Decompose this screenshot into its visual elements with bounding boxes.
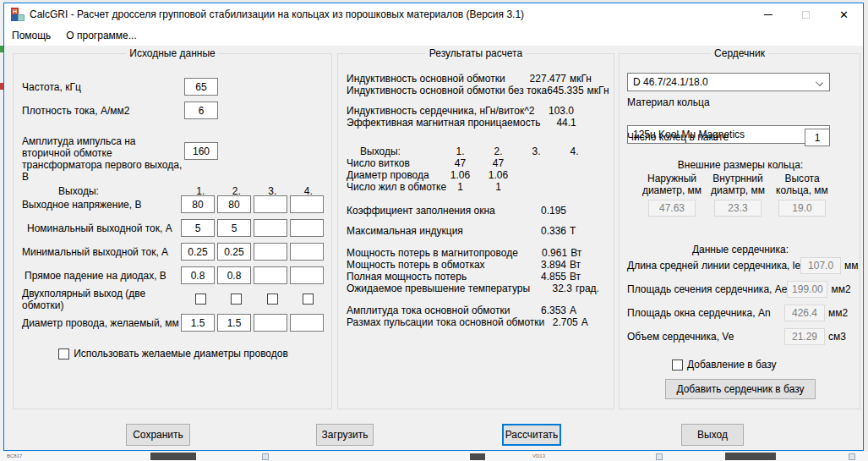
nominal-current-input-3[interactable]: [254, 219, 287, 237]
nominal-current-label: Номинальный выходной ток, А: [22, 222, 181, 234]
frequency-input[interactable]: [184, 78, 218, 96]
strands-value-2: 1: [479, 181, 517, 193]
rings-count-input[interactable]: [805, 129, 830, 146]
temperature-rise-unit: град.: [572, 283, 603, 294]
path-length-label: Длина средней линии сердечника, le: [627, 260, 800, 272]
minimize-icon: [764, 14, 772, 15]
outer-diameter-value: [648, 200, 696, 217]
maximize-icon: [802, 11, 810, 19]
group-core-title: Сердечник: [711, 47, 768, 59]
output-voltage-input-4[interactable]: [290, 195, 324, 213]
minimize-button[interactable]: [749, 3, 787, 25]
result-label: Эффективная магнитная проницаемость: [347, 117, 540, 129]
title-bar[interactable]: H CalcGRI - Расчет дросселя групповой ст…: [4, 3, 863, 25]
strands-value-1: 1: [441, 181, 479, 193]
close-button[interactable]: ✕: [825, 3, 863, 25]
window-title: CalcGRI - Расчет дросселя групповой стаб…: [30, 8, 524, 20]
chevron-down-icon: [816, 79, 823, 86]
calculate-button[interactable]: Рассчитать: [502, 424, 561, 446]
diode-drop-input-1[interactable]: [181, 266, 215, 284]
inner-diameter-header: Внутрнний диамтр, мм: [704, 173, 772, 196]
result-label: Индуктивность основной обмотки без тока: [347, 85, 547, 96]
bipolar-checkbox-3[interactable]: [267, 294, 278, 305]
max-induction-label: Максимальная индукция: [347, 225, 516, 237]
bipolar-checkbox-4[interactable]: [303, 294, 314, 305]
minimal-current-input-1[interactable]: [181, 243, 215, 261]
core-volume-value: [784, 328, 825, 345]
temperature-rise-value: 32.3: [530, 283, 572, 294]
background-page-icon: [849, 453, 855, 460]
nominal-current-input-4[interactable]: [290, 219, 324, 237]
max-induction-unit: Т: [566, 225, 603, 237]
results-col-2: 2.: [479, 145, 517, 157]
max-induction-value: 0.336: [516, 225, 566, 237]
add-to-database-checkbox[interactable]: [672, 359, 683, 370]
current-density-label: Плотность тока, А/мм2: [22, 105, 184, 117]
app-icon: H: [11, 8, 25, 21]
add-to-database-label: Добавление в базу: [687, 359, 777, 370]
minimal-current-input-2[interactable]: [217, 243, 251, 261]
results-col-4: 4.: [555, 145, 593, 157]
core-loss-unit: Вт: [567, 247, 603, 259]
outer-diameter-header: Наружный диаметр, мм: [638, 173, 706, 196]
ripple-current-value: 2.705: [544, 316, 577, 328]
minimal-current-label: Минимальный выходной ток, А: [22, 246, 181, 258]
current-density-input[interactable]: [184, 102, 218, 119]
wire-diameter-input-2[interactable]: [217, 314, 251, 332]
group-input-data: Исходные данные Частота, кГц Плотность т…: [13, 53, 332, 409]
output-voltage-label: Выходное напряжение, В: [22, 199, 181, 211]
current-amplitude-unit: А: [566, 305, 603, 316]
bipolar-checkbox-2[interactable]: [231, 294, 242, 305]
minimal-current-input-4[interactable]: [290, 243, 324, 261]
rings-count-label: Число колец в пакете: [627, 131, 729, 143]
current-amplitude-value: 6.353: [516, 305, 566, 316]
diode-drop-input-4[interactable]: [290, 266, 324, 284]
bipolar-checkbox-1[interactable]: [195, 294, 206, 305]
diode-drop-input-3[interactable]: [254, 266, 287, 284]
nominal-current-input-2[interactable]: [217, 219, 251, 237]
output-voltage-input-2[interactable]: [217, 195, 251, 213]
core-data-title: Данные сердечника:: [620, 244, 861, 255]
add-core-to-database-button[interactable]: Добавить сердечник в базу: [665, 379, 816, 399]
wire-diameter-input-4[interactable]: [290, 314, 324, 332]
wire-diameter-input-3[interactable]: [254, 314, 287, 332]
ring-height-value: [778, 200, 826, 217]
menu-help[interactable]: Помощь: [4, 25, 58, 46]
winding-loss-label: Мощность потерь в обмотках: [347, 259, 516, 271]
window-area-unit: мм2: [825, 307, 854, 319]
path-length-unit: мм: [841, 260, 859, 272]
wire-diameter-input-1[interactable]: [181, 314, 215, 332]
diode-drop-label: Прямое падение на диодах, В: [22, 270, 181, 282]
total-loss-unit: Вт: [566, 271, 603, 283]
result-label: Индуктивность сердечника, нГн/виток^2: [347, 105, 534, 117]
path-length-value: [800, 257, 841, 274]
total-loss-label: Полная мощность потерь: [347, 271, 516, 283]
menu-about[interactable]: О программе...: [58, 25, 144, 46]
window-area-label: Площадь окна сердечника, An: [627, 307, 784, 319]
wire-diameter-result-label: Диаметр провода: [347, 169, 441, 181]
exit-button[interactable]: Выход: [681, 424, 744, 446]
minimal-current-input-3[interactable]: [254, 243, 287, 261]
use-wire-diameters-label: Использовать желаемые диаметры проводов: [74, 348, 288, 359]
background-part-label: BC817: [7, 453, 22, 458]
material-label: Материал кольца: [627, 96, 710, 108]
output-voltage-input-1[interactable]: [181, 195, 215, 213]
background-schematic-shape: [470, 453, 485, 460]
ring-height-header: Высота кольца, мм: [768, 173, 836, 196]
results-outputs-header: Выходы:: [347, 145, 441, 157]
pulse-amplitude-input[interactable]: [184, 142, 218, 160]
background-page-icon: [262, 453, 269, 460]
group-core: Сердечник D 46.7/24.1/18.0 Материал коль…: [619, 53, 860, 409]
output-voltage-input-3[interactable]: [254, 195, 287, 213]
maximize-button[interactable]: [787, 3, 825, 25]
save-button[interactable]: Сохранить: [126, 424, 190, 446]
background-part-label: VD13: [532, 453, 545, 458]
nominal-current-input-1[interactable]: [181, 219, 215, 237]
current-amplitude-label: Амплитуда тока основной обмотки: [347, 305, 516, 316]
result-unit: мкГн: [584, 85, 609, 96]
ripple-current-label: Размах пульсации тока основной обмотки: [347, 316, 544, 328]
diode-drop-input-2[interactable]: [217, 266, 251, 284]
core-size-select[interactable]: D 46.7/24.1/18.0: [627, 73, 830, 91]
load-button[interactable]: Загрузить: [316, 424, 374, 446]
use-wire-diameters-checkbox[interactable]: [58, 348, 69, 359]
